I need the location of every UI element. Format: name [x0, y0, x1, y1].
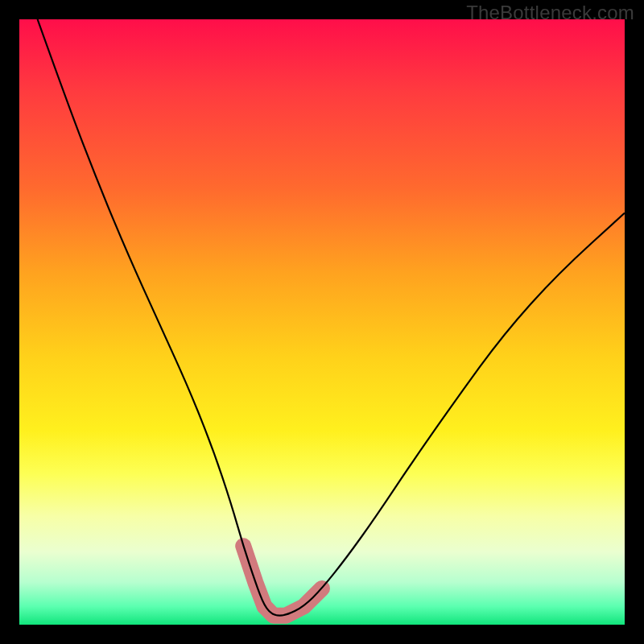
watermark-text: TheBottleneck.com	[466, 2, 634, 24]
chart-plot-area	[19, 19, 625, 625]
bottleneck-chart	[19, 19, 625, 625]
bottleneck-curve-line	[38, 19, 625, 616]
